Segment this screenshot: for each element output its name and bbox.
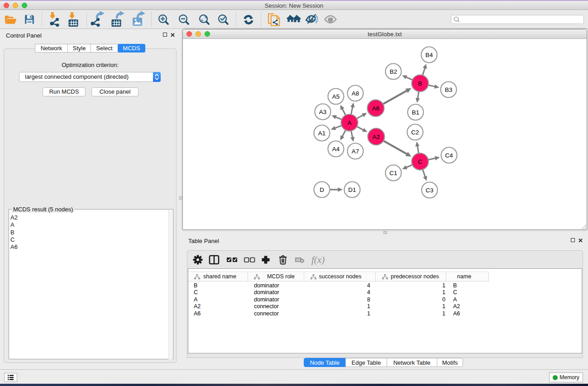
svg-text:A7: A7 [352, 148, 359, 155]
svg-text:A6: A6 [372, 105, 380, 112]
svg-text:f(x): f(x) [311, 254, 325, 265]
svg-text:A3: A3 [319, 109, 327, 115]
svg-text:D: D [320, 186, 324, 193]
svg-text:A5: A5 [332, 93, 340, 100]
svg-text:C4: C4 [445, 152, 453, 159]
svg-text:A2: A2 [373, 133, 380, 140]
svg-text:B: B [418, 80, 422, 87]
svg-text:A: A [347, 119, 351, 126]
svg-text:A4: A4 [332, 146, 340, 152]
svg-text:A1: A1 [318, 130, 326, 137]
svg-text:D1: D1 [348, 186, 356, 193]
svg-text:B2: B2 [390, 68, 397, 75]
svg-text:B1: B1 [412, 109, 420, 116]
svg-text:C: C [418, 158, 422, 165]
svg-text:B4: B4 [425, 52, 433, 58]
svg-text:C3: C3 [425, 187, 433, 194]
svg-text:A8: A8 [352, 90, 359, 97]
svg-text:C2: C2 [411, 129, 419, 136]
svg-text:B3: B3 [445, 86, 453, 93]
svg-text:C1: C1 [389, 170, 397, 176]
